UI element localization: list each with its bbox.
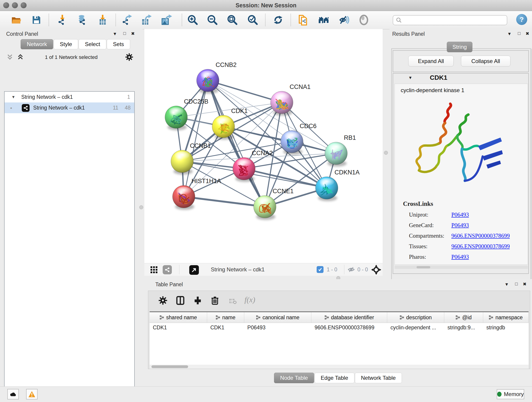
table-cell[interactable]: 9606.ENSP00000378699	[311, 323, 387, 332]
network-overview-button[interactable]	[163, 265, 172, 274]
edge-hist1h1a-ccne1[interactable]	[184, 197, 265, 207]
scrollbar-handle[interactable]	[152, 365, 188, 368]
table-cell[interactable]: CDK1	[207, 323, 244, 332]
birds-eye-toggle-button[interactable]	[371, 265, 381, 275]
tab-network-table[interactable]: Network Table	[355, 373, 402, 383]
node-cdk1[interactable]: CDK1	[212, 108, 248, 140]
float-panel-icon[interactable]: □	[123, 31, 126, 36]
node-hist1h1a[interactable]: HIST1H1A	[172, 178, 221, 210]
network-from-clipboard-button[interactable]	[297, 13, 310, 27]
grid-mode-button[interactable]	[150, 266, 158, 274]
column-header-@id[interactable]: @id	[444, 312, 483, 323]
table-cell[interactable]: P06493	[244, 323, 311, 332]
delete-column-button[interactable]	[210, 296, 219, 305]
edge-cdk1-rb1[interactable]	[223, 127, 336, 153]
crosslink-link[interactable]: P06493	[451, 211, 469, 218]
close-panel-icon[interactable]: ✖	[526, 31, 529, 36]
show-columns-button[interactable]	[176, 296, 185, 305]
results-hscrollbar[interactable]	[394, 266, 528, 269]
crosslink-link[interactable]: P06493	[451, 222, 469, 229]
table-cell[interactable]: cyclin-dependent ...	[387, 323, 444, 332]
node-ccne1[interactable]: CCNE1	[254, 188, 294, 220]
network-canvas[interactable]: CCNB2CCNA1CDC25BCDK1CDC6RB1CCNB1CCNA2CDK…	[144, 29, 383, 263]
delete-table-button-disabled[interactable]	[229, 298, 237, 305]
column-header-namespace[interactable]: namespace	[483, 312, 529, 323]
close-panel-icon[interactable]: ✖	[131, 31, 135, 36]
zoom-out-button[interactable]	[206, 13, 219, 27]
left-splitter-handle[interactable]	[139, 205, 143, 209]
column-header-canonical-name[interactable]: canonical name	[244, 312, 312, 323]
tab-network[interactable]: Network	[21, 39, 53, 49]
column-header-shared-name[interactable]: shared name	[150, 312, 207, 323]
collapse-panel-icon[interactable]: ▼	[505, 282, 509, 287]
edge-ccnb2-ccna1[interactable]	[208, 80, 282, 102]
tab-sets[interactable]: Sets	[107, 39, 130, 49]
open-in-window-button[interactable]	[189, 265, 199, 275]
node-cdc6[interactable]: CDC6	[281, 123, 317, 155]
network-list: ▼ String Network – cdk1 1 ● String Netwo…	[4, 91, 135, 402]
float-panel-icon[interactable]: □	[518, 31, 520, 36]
import-table-file-button[interactable]	[96, 13, 109, 27]
help-button[interactable]: ?	[516, 14, 527, 25]
hidden-elements-button[interactable]	[347, 266, 355, 273]
tree-expanded-icon[interactable]: ▼	[12, 95, 15, 99]
table-row[interactable]: CDK1CDK1P064939606.ENSP00000378699cyclin…	[150, 323, 529, 332]
cloud-status-button[interactable]	[7, 389, 19, 400]
export-network-button[interactable]	[120, 13, 133, 27]
edge-ccnb2-ccne1[interactable]	[208, 80, 265, 207]
tab-style[interactable]: Style	[54, 39, 78, 49]
table-hscrollbar[interactable]	[150, 365, 529, 369]
float-panel-icon[interactable]: □	[515, 281, 518, 287]
column-header-description[interactable]: description	[387, 312, 444, 323]
function-builder-button-disabled[interactable]: f(x)	[244, 295, 255, 304]
close-panel-icon[interactable]: ✖	[523, 281, 526, 287]
table-settings-gear-button[interactable]	[158, 296, 167, 305]
zoom-selected-button[interactable]	[246, 13, 259, 27]
hide-graphics-details-button[interactable]	[337, 13, 350, 27]
import-network-file-button[interactable]	[56, 13, 69, 27]
table-cell[interactable]: stringdb	[483, 323, 529, 332]
save-session-button[interactable]	[30, 13, 43, 27]
export-table-button[interactable]	[139, 13, 153, 27]
expand-all-button[interactable]: Expand All	[408, 56, 454, 66]
collapse-panel-icon[interactable]: ▼	[113, 32, 117, 36]
scrollbar-handle[interactable]	[417, 266, 430, 268]
network-view-title: String Network – cdk1	[211, 266, 265, 273]
import-network-database-button[interactable]	[75, 13, 88, 27]
tab-edge-table[interactable]: Edge Table	[315, 373, 355, 383]
eye-sphere-icon	[358, 14, 369, 26]
zoom-fit-button[interactable]	[226, 13, 239, 27]
crosslink-link[interactable]: 9606.ENSP00000378699	[451, 233, 510, 239]
collapse-all-button[interactable]: Collapse All	[461, 56, 510, 66]
tab-node-table[interactable]: Node Table	[274, 373, 314, 383]
node-cdkn1a[interactable]: CDKN1A	[316, 169, 360, 201]
tab-select[interactable]: Select	[79, 39, 106, 49]
column-header-name[interactable]: name	[207, 312, 244, 323]
network-row-selected[interactable]: ● String Network – cdk1 11 48	[5, 102, 134, 113]
home-view-button[interactable]	[317, 13, 330, 27]
crosslink-link[interactable]: 9606.ENSP00000378699	[451, 243, 510, 249]
selected-checkbox[interactable]	[317, 266, 323, 273]
node-ccna1[interactable]: CCNA1	[271, 83, 311, 116]
table-cell[interactable]: CDK1	[150, 323, 207, 332]
network-collection-row[interactable]: ▼ String Network – cdk1 1	[5, 92, 134, 102]
column-header-database-identifier[interactable]: database identifier	[311, 312, 387, 323]
search-input[interactable]	[402, 17, 501, 23]
node-rb1[interactable]: RB1	[325, 134, 356, 167]
section-collapse-icon[interactable]: ▼	[408, 75, 412, 80]
collapse-panel-icon[interactable]: ▼	[507, 32, 512, 36]
warnings-button[interactable]	[26, 389, 38, 400]
export-image-button[interactable]	[160, 13, 173, 27]
zoom-in-button[interactable]	[186, 13, 199, 27]
open-session-button[interactable]	[10, 13, 23, 27]
memory-button[interactable]: Memory	[497, 389, 524, 399]
show-graphics-details-button[interactable]	[357, 13, 370, 27]
node-ccnb2[interactable]: CCNB2	[196, 61, 237, 94]
create-column-button[interactable]	[193, 296, 202, 305]
table-cell[interactable]: stringdb:9...	[444, 323, 483, 332]
results-tab-string[interactable]: String	[447, 42, 472, 52]
refresh-view-button[interactable]	[272, 13, 285, 27]
crosslink-link[interactable]: P06493	[451, 254, 469, 260]
right-splitter-handle[interactable]	[384, 151, 388, 155]
network-options-gear-button[interactable]	[125, 53, 133, 61]
